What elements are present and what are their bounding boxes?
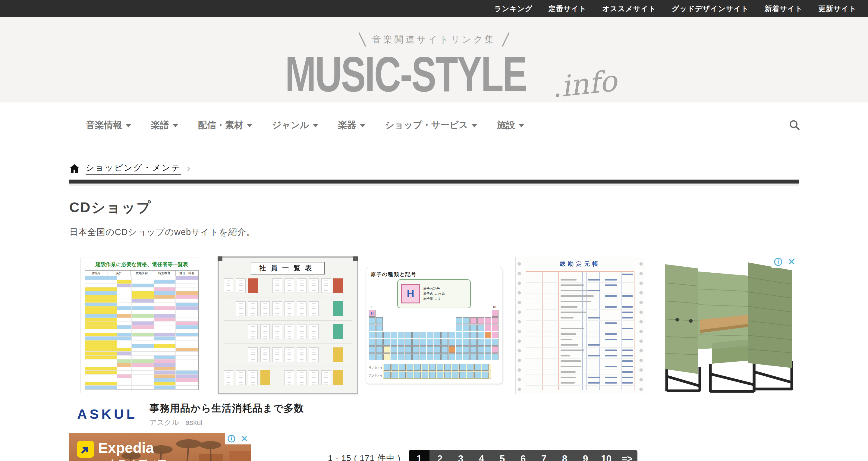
top-link[interactable]: 新着サイト (765, 4, 803, 13)
element-cell (420, 346, 426, 353)
periodic-legend: H 原子の記号 原子名 → 水素 原子量 → 1 (397, 279, 471, 308)
element-cell (444, 372, 451, 378)
element-cell (412, 346, 419, 353)
page-button-4[interactable]: 4 (471, 450, 492, 461)
page-button-7[interactable]: 7 (533, 450, 554, 461)
next-page-button[interactable]: => (617, 450, 638, 461)
nav-item[interactable]: 音楽情報 (86, 119, 131, 131)
expedia-ad[interactable]: Expedia エクスペディア ✕ (69, 433, 251, 461)
element-cell (492, 354, 498, 360)
element-cell (398, 346, 404, 353)
element-cell (399, 364, 406, 371)
poster-table (85, 276, 198, 390)
element-cell (463, 317, 470, 324)
nav-item[interactable]: 施設 (497, 119, 524, 131)
name-plate (297, 301, 307, 316)
element-cell (477, 339, 484, 346)
ad-controls: ✕ (772, 256, 798, 268)
element-cell (456, 346, 462, 353)
page-button-9[interactable]: 9 (575, 450, 596, 461)
staff-board-plates (224, 275, 352, 389)
element-cell (429, 372, 436, 378)
name-plate (224, 278, 233, 293)
ad-advertiser-line: アスクル - askul (150, 418, 304, 427)
element-cell (448, 339, 455, 346)
name-plate (309, 347, 318, 362)
ad-image-staff-board[interactable]: 社員一覧表 (216, 255, 361, 396)
section-rule-dark (69, 180, 799, 184)
name-plate (273, 347, 282, 362)
poster-title: 建設作業に必要な資格、選任者等一覧表 (85, 261, 198, 268)
nav-item[interactable]: ジャンル (272, 119, 318, 131)
nav-item[interactable]: 楽器 (338, 119, 365, 131)
element-cell (448, 354, 455, 360)
site-logo[interactable]: MUSIC-STYLE.info (0, 47, 868, 101)
page-button-1[interactable]: 1 (409, 450, 430, 461)
home-icon[interactable] (69, 164, 80, 173)
element-cell (414, 364, 421, 371)
tagline-text: 音楽関連サイトリンク集 (372, 33, 496, 46)
name-plate (260, 370, 270, 385)
expedia-ad-controls: ✕ (225, 433, 251, 444)
element-cell (384, 372, 391, 378)
element-cell (369, 317, 375, 324)
top-nav-links: ランキング定番サイトオススメサイトグッドデザインサイト新着サイト更新サイト (494, 4, 857, 13)
page-button-8[interactable]: 8 (554, 450, 575, 461)
expedia-close-icon[interactable]: ✕ (238, 433, 251, 444)
page-title: CDショップ (69, 198, 799, 217)
ad-image-periodic-table[interactable]: 原子の種類と記号 H 原子の記号 原子名 → 水素 原子量 → 1 H118ラン… (362, 255, 507, 396)
expedia-info-icon[interactable] (225, 433, 238, 444)
top-link[interactable]: オススメサイト (602, 4, 656, 13)
element-cell (434, 339, 441, 346)
element-cell (369, 325, 375, 331)
element-cell (383, 332, 390, 338)
ad-close-icon[interactable]: ✕ (785, 256, 798, 268)
element-cell: H (369, 310, 375, 317)
nav-item-label: ショップ・サービス (385, 119, 468, 131)
element-cell (391, 354, 397, 360)
top-link[interactable]: 更新サイト (818, 4, 857, 13)
expedia-brand-jp: エクスペディア (98, 457, 167, 461)
ad-image-work-booth[interactable] (654, 255, 799, 396)
name-plate (297, 324, 307, 339)
page-description: 日本全国のCDショップのwebサイトを紹介。 (69, 226, 799, 238)
element-cell (399, 372, 406, 378)
top-link[interactable]: ランキング (494, 4, 533, 13)
periodic-table-card: 原子の種類と記号 H 原子の記号 原子名 → 水素 原子量 → 1 H118ラン… (366, 267, 502, 383)
top-link[interactable]: 定番サイト (548, 4, 587, 13)
element-cell (444, 364, 451, 371)
nav-item-label: 楽器 (338, 119, 356, 131)
element-cell (452, 372, 458, 378)
ad-image-qualification-poster[interactable]: 建設作業に必要な資格、選任者等一覧表 作業名免許技能講習特別教育選任・職名 (69, 255, 214, 396)
element-cell (477, 346, 484, 353)
name-plate (284, 278, 294, 293)
element-cell (448, 346, 455, 353)
page-button-6[interactable]: 6 (513, 450, 533, 461)
punch-holes-right (638, 259, 644, 391)
ledger-grid (526, 272, 634, 390)
top-link[interactable]: グッドデザインサイト (672, 4, 749, 13)
ad-caption[interactable]: ASKUL 事務用品から生活消耗品まで多数 アスクル - askul (69, 402, 799, 427)
element-cell (456, 332, 462, 338)
element-cell (391, 346, 397, 353)
search-button[interactable] (788, 119, 801, 132)
page-button-3[interactable]: 3 (450, 450, 471, 461)
nav-item-label: 配信・素材 (198, 119, 243, 131)
name-plate (248, 278, 258, 293)
ad-info-icon[interactable] (772, 256, 785, 268)
name-plate (333, 347, 343, 362)
breadcrumb-link[interactable]: ショッピング・メンテ (86, 162, 181, 175)
main-nav-items: 音楽情報楽譜配信・素材ジャンル楽器ショップ・サービス施設 (86, 119, 524, 131)
nav-item[interactable]: ショップ・サービス (385, 119, 477, 131)
nav-item[interactable]: 楽譜 (151, 119, 178, 131)
element-cell (456, 354, 462, 360)
name-plate (248, 324, 258, 339)
page-button-2[interactable]: 2 (430, 450, 450, 461)
site-tagline: 音楽関連サイトリンク集 (362, 32, 506, 47)
element-cell (398, 354, 404, 360)
nav-item[interactable]: 配信・素材 (198, 119, 252, 131)
ad-image-ledger-form[interactable]: 総勘定元帳 (507, 255, 652, 396)
page-button-5[interactable]: 5 (492, 450, 513, 461)
element-cell (485, 332, 491, 338)
page-button-10[interactable]: 10 (596, 450, 617, 461)
